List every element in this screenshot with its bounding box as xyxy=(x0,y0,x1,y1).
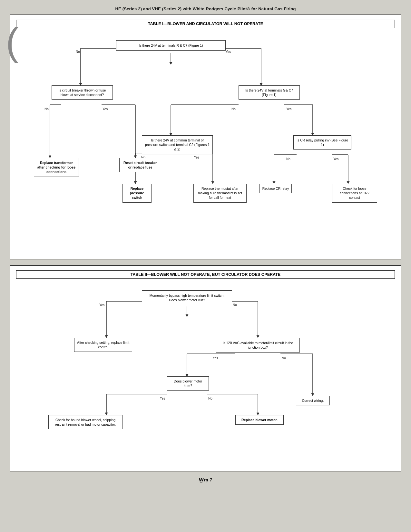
a3-box: Replace pressure switch xyxy=(122,184,152,203)
t2-q3-no-label: No xyxy=(208,397,212,400)
q3-yes-label: Yes xyxy=(286,107,291,111)
q1-box: Is there 24V at terminals R & C7 (Figure… xyxy=(116,40,226,51)
a4-box: Replace thermostat after making sure the… xyxy=(193,184,247,203)
t2-q2-no-label: No xyxy=(282,356,286,360)
page-title: HE (Series 2) and VHE (Series 2) with Wh… xyxy=(10,6,401,11)
table2-arrows xyxy=(16,285,395,465)
svg-marker-26 xyxy=(211,181,214,184)
table2-title: TABLE II—BLOWER WILL NOT OPERATE, BUT CI… xyxy=(16,270,395,279)
svg-marker-17 xyxy=(170,133,172,135)
t2-q3-box: Does blower motor hum? xyxy=(167,376,209,391)
svg-marker-38 xyxy=(105,335,108,338)
a1-box: Replace transformer after checking for l… xyxy=(34,158,79,177)
q4-yes-label: Yes xyxy=(194,156,199,159)
t2-a1-box: After checking setting, replace limit co… xyxy=(74,338,132,352)
t2-a2-box: Correct wiring. xyxy=(296,396,330,405)
t2-q1-no-label: No xyxy=(233,303,237,307)
q5-box: Is CR relay pulling in? (See Figure 1) xyxy=(293,135,351,150)
t2-a4-box: Replace blower motor. xyxy=(235,415,284,425)
svg-marker-54 xyxy=(257,413,259,415)
q3-no-label: No xyxy=(231,107,236,111)
table1-flowchart: Is there 24V at terminals R & C7 (Figure… xyxy=(16,34,395,253)
svg-marker-4 xyxy=(79,83,82,85)
table1-title: TABLE I—BLOWER AND CIRCULATOR WILL NOT O… xyxy=(16,20,395,28)
q2-box: Is circuit breaker thrown or fuse blown … xyxy=(52,85,113,100)
q1-yes-label: Yes xyxy=(226,50,231,53)
svg-marker-30 xyxy=(273,181,275,184)
t2-q2-box: Is 120 VAC available to motor/limit circ… xyxy=(216,338,300,353)
svg-marker-13 xyxy=(134,156,137,158)
svg-marker-48 xyxy=(311,393,314,396)
svg-marker-7 xyxy=(260,83,262,85)
a2-box: Reset circuit breaker or replace fuse xyxy=(119,158,161,172)
table1-container: TABLE I—BLOWER AND CIRCULATOR WILL NOT O… xyxy=(10,15,401,259)
svg-marker-45 xyxy=(186,374,188,376)
svg-marker-51 xyxy=(105,413,108,415)
q3-box: Is there 24V at terminals G& C7 (Figure … xyxy=(239,85,300,100)
a6-box: Check for loose connections at CR2 conta… xyxy=(332,184,377,203)
table2-flowchart: Momentarily bypass high temperature limi… xyxy=(16,285,395,465)
t2-a3-box: Check for bound blower wheel, shipping r… xyxy=(48,415,122,429)
q2-yes-label: Yes xyxy=(103,107,108,111)
table2-container: TABLE II—BLOWER WILL NOT OPERATE, BUT CI… xyxy=(10,265,401,471)
q1-no-label: No xyxy=(76,50,80,53)
svg-marker-1 xyxy=(170,62,172,64)
q2-no-label: No xyxy=(44,107,49,111)
page-footer: W̲ṃ 7 xyxy=(10,477,401,482)
t2-q1-yes-label: Yes xyxy=(99,303,104,307)
svg-marker-20 xyxy=(311,133,314,135)
t2-q2-yes-label: Yes xyxy=(213,356,218,360)
q4-box: Is there 24V at common terminal of press… xyxy=(142,135,213,154)
svg-marker-33 xyxy=(347,181,349,184)
svg-marker-35 xyxy=(186,314,188,317)
q5-yes-label: Yes xyxy=(333,157,338,161)
a5-box: Replace CR relay xyxy=(259,184,292,193)
svg-marker-10 xyxy=(49,156,51,158)
q5-no-label: No xyxy=(286,157,290,161)
t2-q1-box: Momentarily bypass high temperature limi… xyxy=(142,290,232,305)
t2-q3-yes-label: Yes xyxy=(160,397,165,400)
svg-marker-23 xyxy=(134,181,137,184)
svg-marker-41 xyxy=(257,335,259,338)
